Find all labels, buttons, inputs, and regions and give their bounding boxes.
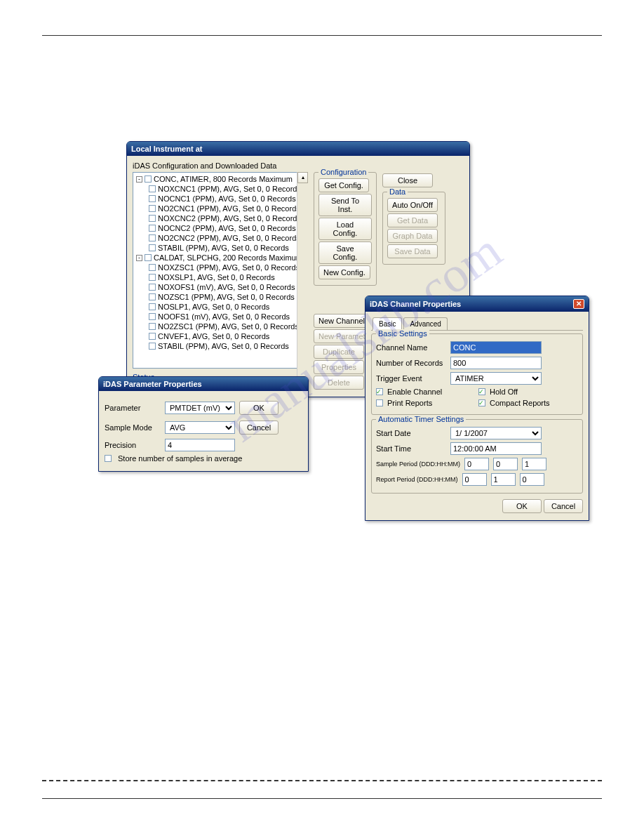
param-cancel-button[interactable]: Cancel <box>239 421 279 435</box>
tree-item-label: CONC, ATIMER, 800 Records Maximum <box>154 174 293 184</box>
tree-item[interactable]: NOXSLP1, AVG, Set 0, 0 Records <box>135 272 306 282</box>
compact-reports-checkbox[interactable] <box>478 399 485 406</box>
tree-item[interactable]: NO2CNC2 (PPM), AVG, Set 0, 0 Records <box>135 233 306 243</box>
precision-input[interactable] <box>165 439 235 451</box>
tree-checkbox[interactable] <box>149 323 156 330</box>
tree-checkbox[interactable] <box>149 215 156 222</box>
tree-item[interactable]: -CONC, ATIMER, 800 Records Maximum <box>135 174 306 184</box>
chan-ok-button[interactable]: OK <box>502 499 542 513</box>
param-ok-button[interactable]: OK <box>239 401 279 415</box>
tree-item[interactable]: NOOFS1 (mV), AVG, Set 0, 0 Records <box>135 312 306 322</box>
get-config-button[interactable]: Get Config. <box>318 178 369 192</box>
chan-cancel-button[interactable]: Cancel <box>544 499 583 513</box>
expand-icon[interactable]: - <box>136 255 142 261</box>
tree-item[interactable]: NOSLP1, AVG, Set 0, 0 Records <box>135 302 306 312</box>
tree-checkbox[interactable] <box>149 313 156 320</box>
tab-advanced[interactable]: Advanced <box>403 317 447 330</box>
new-channel-button[interactable]: New Channel <box>314 314 370 328</box>
parameter-label: Parameter <box>105 404 161 412</box>
tree-item[interactable]: CNVEF1, AVG, Set 0, 0 Records <box>135 331 306 341</box>
tree-scrollbar[interactable]: ▴ ▾ <box>297 172 308 369</box>
enable-channel-checkbox[interactable] <box>376 388 383 395</box>
sample-period-d[interactable] <box>464 458 489 470</box>
tree-item[interactable]: NOZSC1 (PPM), AVG, Set 0, 0 Records <box>135 292 306 302</box>
tree-checkbox[interactable] <box>149 343 156 350</box>
tree-item[interactable]: NOCNC2 (PPM), AVG, Set 0, 0 Records <box>135 223 306 233</box>
channel-name-label: Channel Name <box>376 343 446 352</box>
close-button[interactable]: Close <box>382 173 433 187</box>
tree-checkbox[interactable] <box>149 274 156 281</box>
store-samples-label: Store number of samples in average <box>118 454 242 463</box>
tree-checkbox[interactable] <box>149 185 156 192</box>
tree-item-label: CALDAT, SLPCHG, 200 Records Maximum <box>154 253 302 263</box>
tree-item[interactable]: NOXCNC1 (PPM), AVG, Set 0, 0 Records <box>135 184 306 194</box>
hold-off-checkbox[interactable] <box>478 388 485 395</box>
tree-checkbox[interactable] <box>149 303 156 310</box>
tree-item-label: NOCNC2 (PPM), AVG, Set 0, 0 Records <box>158 223 296 233</box>
close-icon[interactable]: ✕ <box>573 299 584 309</box>
trigger-select[interactable]: ATIMER <box>450 372 542 385</box>
auto-onoff-button[interactable]: Auto On/Off <box>387 198 438 212</box>
get-data-button: Get Data <box>387 213 438 227</box>
delete-button: Delete <box>314 376 364 390</box>
tree-item[interactable]: NO2CNC1 (PPM), AVG, Set 0, 0 Records <box>135 204 306 213</box>
tree-item[interactable]: STABIL (PPM), AVG, Set 0, 0 Records <box>135 341 306 351</box>
tree-item-label: CNVEF1, AVG, Set 0, 0 Records <box>158 331 269 341</box>
save-config-button[interactable]: Save Config. <box>318 241 372 264</box>
tree-checkbox[interactable] <box>149 195 156 202</box>
sample-mode-select[interactable]: AVG <box>165 421 235 434</box>
tree-checkbox[interactable] <box>145 176 152 183</box>
tree-item-label: STABIL (PPM), AVG, Set 0, 0 Records <box>158 243 289 253</box>
properties-button: Properties <box>314 360 364 374</box>
sample-period-h[interactable] <box>493 458 518 470</box>
sample-period-m[interactable] <box>522 458 546 470</box>
tree-checkbox[interactable] <box>149 333 156 340</box>
config-label: iDAS Configuration and Downloaded Data <box>133 161 464 170</box>
tree-item[interactable]: NOXZSC1 (PPM), AVG, Set 0, 0 Records <box>135 263 306 272</box>
config-tree[interactable]: -CONC, ATIMER, 800 Records MaximumNOXCNC… <box>133 172 308 369</box>
report-period-d[interactable] <box>462 473 487 486</box>
tree-item[interactable]: STABIL (PPM), AVG, Set 0, 0 Records <box>135 243 306 253</box>
store-samples-checkbox[interactable] <box>105 455 112 462</box>
num-records-input[interactable] <box>450 357 542 369</box>
tree-item[interactable]: -CALDAT, SLPCHG, 200 Records Maximum <box>135 253 306 263</box>
load-config-button[interactable]: Load Config. <box>318 218 372 240</box>
parameter-select[interactable]: PMTDET (mV) <box>165 402 235 414</box>
tree-checkbox[interactable] <box>149 225 156 232</box>
expand-icon[interactable]: - <box>136 176 142 183</box>
tree-checkbox[interactable] <box>149 244 156 251</box>
tree-item[interactable]: NOCNC1 (PPM), AVG, Set 0, 0 Records <box>135 194 306 204</box>
tree-item-label: NOZSC1 (PPM), AVG, Set 0, 0 Records <box>158 292 295 302</box>
channel-name-input[interactable] <box>450 341 542 354</box>
precision-label: Precision <box>105 441 161 449</box>
report-period-h[interactable] <box>491 473 516 486</box>
tree-checkbox[interactable] <box>149 205 156 212</box>
main-titlebar: Local Instrument at <box>127 142 469 156</box>
report-period-m[interactable] <box>520 473 544 486</box>
tree-checkbox[interactable] <box>149 284 156 291</box>
tree-checkbox[interactable] <box>149 234 156 241</box>
scroll-up-icon[interactable]: ▴ <box>297 172 308 183</box>
tree-item-label: NOXCNC1 (PPM), AVG, Set 0, 0 Records <box>158 184 301 194</box>
tree-checkbox[interactable] <box>145 254 152 261</box>
tree-item-label: NO2CNC2 (PPM), AVG, Set 0, 0 Records <box>158 233 300 243</box>
tree-checkbox[interactable] <box>149 264 156 271</box>
auto-timer-title: Automatic Timer Settings <box>376 415 466 423</box>
graph-data-button: Graph Data <box>387 229 438 243</box>
start-time-input[interactable] <box>450 442 542 455</box>
save-data-button: Save Data <box>387 244 438 258</box>
start-date-select[interactable]: 1/ 1/2007 <box>450 427 542 439</box>
tree-item[interactable]: NOXOFS1 (mV), AVG, Set 0, 0 Records <box>135 282 306 292</box>
config-group-title: Configuration <box>318 168 368 176</box>
start-date-label: Start Date <box>376 429 446 437</box>
basic-settings-title: Basic Settings <box>376 329 429 338</box>
tree-item[interactable]: NOXCNC2 (PPM), AVG, Set 0, 0 Records <box>135 213 306 223</box>
print-reports-checkbox[interactable] <box>376 399 383 406</box>
tree-item-label: NOXOFS1 (mV), AVG, Set 0, 0 Records <box>158 282 295 292</box>
tree-item-label: NOXZSC1 (PPM), AVG, Set 0, 0 Records <box>158 263 300 272</box>
tree-item[interactable]: NO2ZSC1 (PPM), AVG, Set 0, 0 Records <box>135 322 306 331</box>
tree-item-label: NO2CNC1 (PPM), AVG, Set 0, 0 Records <box>158 204 300 213</box>
tree-checkbox[interactable] <box>149 293 156 300</box>
new-config-button[interactable]: New Config. <box>318 265 370 279</box>
send-to-inst-button[interactable]: Send To Inst. <box>318 194 372 216</box>
